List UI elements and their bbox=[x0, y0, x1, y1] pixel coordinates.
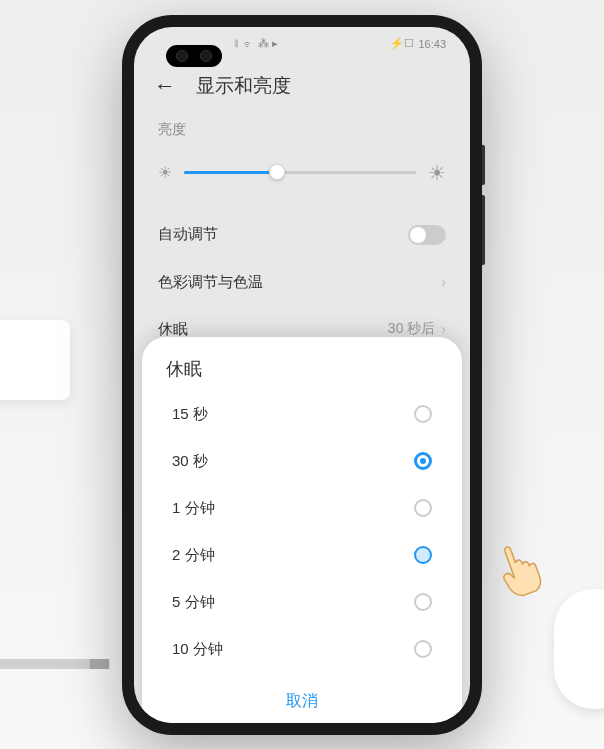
toggle-knob bbox=[410, 227, 426, 243]
brightness-label: 亮度 bbox=[158, 121, 446, 139]
radio-icon[interactable] bbox=[414, 593, 432, 611]
battery-icon: ⚡☐ bbox=[390, 37, 414, 50]
sleep-value: 30 秒后 › bbox=[388, 320, 446, 338]
phone-screen: ⫴ ᯤ ⁂ ▸ ⚡☐ 16:43 ← 显示和亮度 亮度 ☀ ☀ bbox=[134, 27, 470, 723]
brightness-slider-row: ☀ ☀ bbox=[158, 157, 446, 201]
camera-pill bbox=[166, 45, 222, 67]
radio-icon[interactable] bbox=[414, 640, 432, 658]
chevron-right-icon: › bbox=[441, 274, 446, 290]
sun-low-icon: ☀ bbox=[158, 163, 172, 182]
sleep-modal: 休眠 15 秒30 秒1 分钟2 分钟5 分钟10 分钟 取消 bbox=[142, 337, 462, 723]
modal-overlay: 休眠 15 秒30 秒1 分钟2 分钟5 分钟10 分钟 取消 bbox=[134, 337, 470, 723]
option-label: 15 秒 bbox=[172, 405, 208, 424]
slider-thumb[interactable] bbox=[269, 164, 285, 180]
sleep-option[interactable]: 15 秒 bbox=[142, 391, 462, 438]
option-label: 30 秒 bbox=[172, 452, 208, 471]
radio-icon[interactable] bbox=[414, 405, 432, 423]
back-icon[interactable]: ← bbox=[154, 73, 176, 99]
sleep-option[interactable]: 5 分钟 bbox=[142, 579, 462, 626]
header: ← 显示和亮度 bbox=[134, 61, 470, 111]
sleep-option[interactable]: 1 分钟 bbox=[142, 485, 462, 532]
option-label: 1 分钟 bbox=[172, 499, 215, 518]
slider-fill bbox=[184, 171, 277, 174]
mouse-prop bbox=[554, 589, 604, 709]
sleep-option[interactable]: 30 秒 bbox=[142, 438, 462, 485]
color-temp-row[interactable]: 色彩调节与色温 › bbox=[134, 259, 470, 306]
status-icons: ⁂ ▸ bbox=[258, 37, 278, 50]
cancel-button[interactable]: 取消 bbox=[142, 673, 462, 716]
brightness-section: 亮度 ☀ ☀ bbox=[134, 111, 470, 211]
option-label: 2 分钟 bbox=[172, 546, 215, 565]
auto-brightness-label: 自动调节 bbox=[158, 225, 218, 244]
phone-frame: ⫴ ᯤ ⁂ ▸ ⚡☐ 16:43 ← 显示和亮度 亮度 ☀ ☀ bbox=[122, 15, 482, 735]
modal-title: 休眠 bbox=[142, 337, 462, 391]
volume-button bbox=[482, 145, 485, 185]
option-label: 5 分钟 bbox=[172, 593, 215, 612]
sleep-option[interactable]: 2 分钟 bbox=[142, 532, 462, 579]
radio-icon[interactable] bbox=[414, 452, 432, 470]
keyboard-prop bbox=[0, 320, 70, 400]
page-title: 显示和亮度 bbox=[196, 73, 291, 99]
auto-brightness-toggle[interactable] bbox=[408, 225, 446, 245]
color-temp-label: 色彩调节与色温 bbox=[158, 273, 263, 292]
power-button bbox=[482, 195, 485, 265]
clock: 16:43 bbox=[418, 38, 446, 50]
sleep-option[interactable]: 10 分钟 bbox=[142, 626, 462, 673]
auto-brightness-row[interactable]: 自动调节 bbox=[134, 211, 470, 259]
wifi-icon: ᯤ bbox=[243, 38, 254, 50]
option-label: 10 分钟 bbox=[172, 640, 223, 659]
chevron-right-icon: › bbox=[441, 321, 446, 337]
radio-icon[interactable] bbox=[414, 499, 432, 517]
sun-high-icon: ☀ bbox=[428, 161, 446, 185]
signal-icon: ⫴ bbox=[234, 37, 239, 50]
brightness-slider[interactable] bbox=[184, 171, 416, 174]
radio-icon[interactable] bbox=[414, 546, 432, 564]
